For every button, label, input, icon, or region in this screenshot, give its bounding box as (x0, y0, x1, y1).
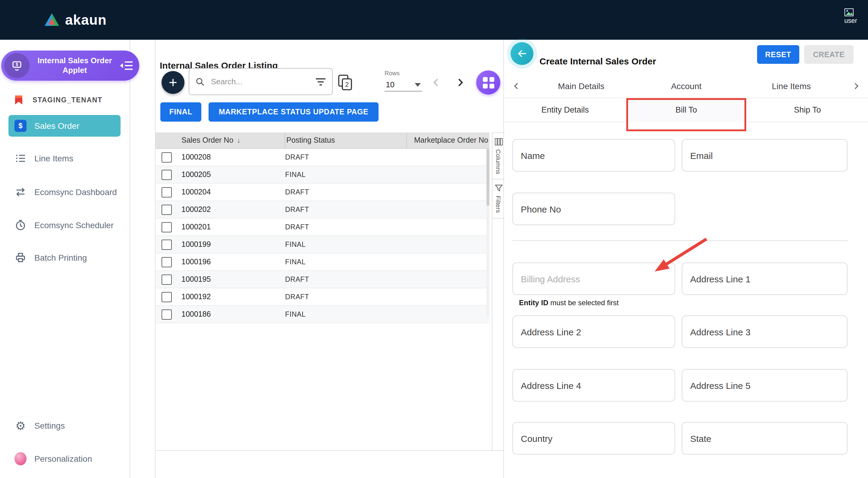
table-row[interactable]: 1000192DRAFT (156, 288, 490, 306)
row-checkbox[interactable] (156, 152, 181, 162)
reset-button[interactable]: RESET (757, 45, 799, 64)
email-field[interactable]: Email (682, 139, 847, 172)
final-button[interactable]: FINAL (160, 102, 201, 122)
gear-icon: ⚙ (14, 420, 27, 432)
row-checkbox[interactable] (156, 292, 181, 302)
duplicate-page-icon[interactable]: 2 (338, 74, 353, 91)
side-rail: Columns Filters (492, 132, 504, 450)
sidebar-item-ecomsync-dashboard[interactable]: Ecomsync Dashboard (0, 181, 130, 203)
billing-address-field[interactable]: Billing Address (513, 263, 675, 295)
sidebar-item-batch-printing[interactable]: Batch Printing (0, 246, 130, 269)
brand-logo: akaun (44, 0, 107, 40)
create-button[interactable]: CREATE (804, 45, 854, 64)
tab-line-items[interactable]: Line Items (739, 81, 844, 91)
table-header: Sales Order No↓ Posting Status Marketpla… (156, 132, 490, 149)
sidebar-item-settings[interactable]: ⚙ Settings (0, 414, 130, 437)
svg-text:2: 2 (345, 81, 349, 88)
table-row[interactable]: 1000199FINAL (156, 236, 490, 253)
search-input[interactable] (210, 76, 315, 87)
list-icon (14, 152, 27, 164)
table-row[interactable]: 1000195DRAFT (156, 271, 490, 288)
row-checkbox[interactable] (156, 169, 181, 180)
sidebar-item-ecomsync-scheduler[interactable]: Ecomsync Scheduler (0, 214, 130, 237)
order-table-body: 1000208DRAFT1000205FINAL1000204DRAFT1000… (156, 149, 490, 323)
row-checkbox[interactable] (156, 257, 181, 267)
row-checkbox[interactable] (156, 187, 181, 197)
sidebar: $ Internal Sales Order Applet STAGING_TE… (0, 40, 130, 478)
tabs-scroll-left[interactable] (504, 80, 529, 91)
country-field[interactable]: Country (513, 422, 675, 454)
subtab-bill-to[interactable]: Bill To (626, 98, 747, 122)
row-checkbox[interactable] (156, 309, 181, 319)
table-row[interactable]: 1000186FINAL (156, 306, 490, 323)
next-page-button[interactable] (452, 74, 468, 91)
tenant-label: STAGING_TENANT (33, 96, 102, 104)
address-line2-field[interactable]: Address Line 2 (513, 315, 675, 348)
sidebar-item-sales-order[interactable]: $ Sales Order (8, 115, 121, 137)
phone-field[interactable]: Phone No (513, 193, 675, 225)
filters-rail-label: Filters (495, 196, 502, 213)
add-button[interactable]: + (161, 71, 184, 94)
name-field[interactable]: Name (513, 139, 675, 172)
create-order-panel: Create Internal Sales Order RESET CREATE… (504, 40, 868, 478)
state-field[interactable]: State (682, 422, 847, 454)
user-avatar[interactable]: user (844, 8, 857, 24)
posting-status-cell: DRAFT (285, 189, 407, 196)
apps-grid-icon (483, 77, 494, 88)
entity-id-helper-text: Entity ID must be selected first (519, 299, 619, 307)
sidebar-collapse-icon[interactable] (120, 61, 133, 70)
row-checkbox[interactable] (156, 239, 181, 249)
tab-main-details[interactable]: Main Details (529, 81, 634, 91)
rows-value: 10 (386, 80, 395, 89)
header-sales-order-no[interactable]: Sales Order No↓ (181, 132, 285, 148)
table-row[interactable]: 1000196FINAL (156, 253, 490, 271)
address-line1-field[interactable]: Address Line 1 (682, 263, 847, 295)
header-marketplace-order-no[interactable]: Marketplace Order No (407, 136, 490, 144)
tab-account[interactable]: Account (634, 81, 739, 91)
back-button[interactable] (510, 42, 533, 65)
sidebar-item-personalization[interactable]: Personalization (0, 447, 130, 470)
marketplace-status-button[interactable]: MARKETPLACE STATUS UPDATE PAGE (209, 102, 378, 122)
posting-status-cell: DRAFT (285, 153, 407, 161)
address-line5-field[interactable]: Address Line 5 (682, 369, 847, 402)
sales-order-no-cell: 1000201 (181, 223, 285, 231)
rows-per-page-select[interactable]: Rows 10 (384, 70, 422, 92)
tabs-scroll-right[interactable] (844, 80, 868, 91)
back-icon (516, 47, 528, 60)
applet-icon: $ (4, 53, 30, 78)
listing-bottom-border (156, 450, 503, 451)
sales-order-no-cell: 1000192 (181, 293, 285, 301)
table-row[interactable]: 1000204DRAFT (156, 183, 490, 201)
row-checkbox[interactable] (156, 274, 181, 284)
address-line3-field[interactable]: Address Line 3 (682, 315, 847, 348)
broken-image-icon (844, 8, 853, 16)
subtab-entity-details[interactable]: Entity Details (504, 98, 626, 122)
posting-status-cell: DRAFT (285, 206, 407, 213)
table-row[interactable]: 1000205FINAL (156, 166, 490, 183)
filters-rail-button[interactable]: Filters (493, 180, 504, 218)
address-line4-field[interactable]: Address Line 4 (513, 369, 675, 402)
row-checkbox[interactable] (156, 222, 181, 232)
columns-rail-label: Columns (495, 149, 502, 174)
apps-grid-button[interactable] (476, 70, 500, 95)
tenant-row[interactable]: STAGING_TENANT (0, 92, 130, 108)
scrollbar-thumb[interactable] (487, 149, 490, 206)
detail-tabs: Main Details Account Line Items (504, 74, 868, 98)
posting-status-cell: FINAL (285, 258, 407, 266)
header-posting-status[interactable]: Posting Status (285, 132, 407, 148)
table-row[interactable]: 1000208DRAFT (156, 149, 490, 166)
sync-arrows-icon (14, 186, 27, 198)
columns-rail-button[interactable]: Columns (493, 132, 504, 180)
table-row[interactable]: 1000201DRAFT (156, 218, 490, 236)
prev-page-button[interactable] (428, 74, 445, 91)
table-row[interactable]: 1000202DRAFT (156, 201, 490, 218)
sales-order-no-cell: 1000202 (181, 205, 285, 214)
filter-icon[interactable] (315, 77, 326, 86)
sidebar-item-line-items[interactable]: Line Items (0, 147, 130, 170)
rows-label: Rows (384, 70, 422, 76)
applet-pill[interactable]: $ Internal Sales Order Applet (1, 50, 139, 81)
row-checkbox[interactable] (156, 204, 181, 215)
brand-logo-icon (44, 13, 60, 27)
brand-name: akaun (65, 12, 107, 28)
subtab-ship-to[interactable]: Ship To (747, 98, 868, 122)
